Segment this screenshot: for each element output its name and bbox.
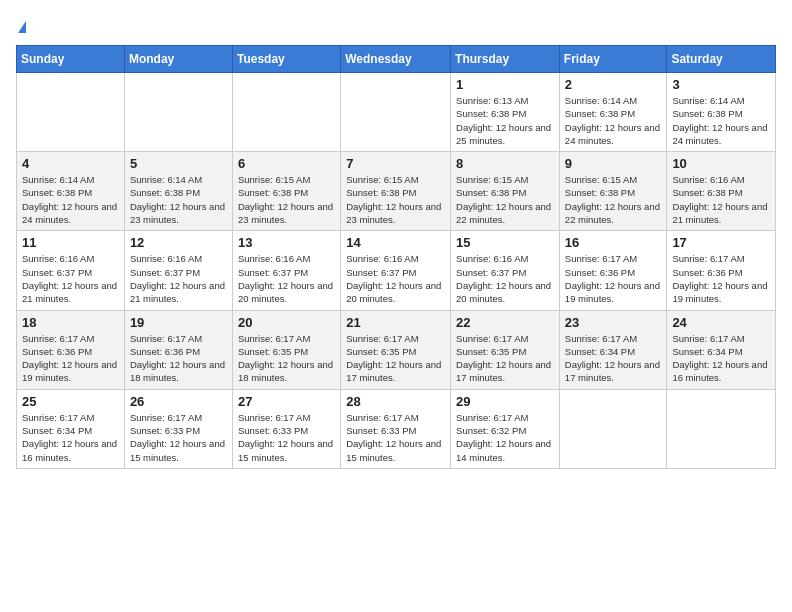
day-cell: 25Sunrise: 6:17 AM Sunset: 6:34 PM Dayli…: [17, 389, 125, 468]
day-cell: 7Sunrise: 6:15 AM Sunset: 6:38 PM Daylig…: [341, 152, 451, 231]
day-number: 19: [130, 315, 227, 330]
day-number: 20: [238, 315, 335, 330]
day-number: 16: [565, 235, 662, 250]
week-row-1: 1Sunrise: 6:13 AM Sunset: 6:38 PM Daylig…: [17, 73, 776, 152]
day-cell: 16Sunrise: 6:17 AM Sunset: 6:36 PM Dayli…: [559, 231, 667, 310]
day-cell: 8Sunrise: 6:15 AM Sunset: 6:38 PM Daylig…: [451, 152, 560, 231]
calendar: SundayMondayTuesdayWednesdayThursdayFrid…: [16, 45, 776, 469]
day-number: 4: [22, 156, 119, 171]
day-number: 21: [346, 315, 445, 330]
day-number: 3: [672, 77, 770, 92]
logo-general: [16, 16, 26, 35]
day-cell: 12Sunrise: 6:16 AM Sunset: 6:37 PM Dayli…: [124, 231, 232, 310]
week-row-2: 4Sunrise: 6:14 AM Sunset: 6:38 PM Daylig…: [17, 152, 776, 231]
day-number: 26: [130, 394, 227, 409]
day-number: 17: [672, 235, 770, 250]
day-cell: 2Sunrise: 6:14 AM Sunset: 6:38 PM Daylig…: [559, 73, 667, 152]
day-cell: 20Sunrise: 6:17 AM Sunset: 6:35 PM Dayli…: [232, 310, 340, 389]
day-cell: 17Sunrise: 6:17 AM Sunset: 6:36 PM Dayli…: [667, 231, 776, 310]
col-header-sunday: Sunday: [17, 46, 125, 73]
day-cell: [232, 73, 340, 152]
day-number: 13: [238, 235, 335, 250]
day-number: 5: [130, 156, 227, 171]
day-info: Sunrise: 6:17 AM Sunset: 6:36 PM Dayligh…: [130, 332, 227, 385]
day-number: 7: [346, 156, 445, 171]
day-cell: 4Sunrise: 6:14 AM Sunset: 6:38 PM Daylig…: [17, 152, 125, 231]
col-header-thursday: Thursday: [451, 46, 560, 73]
day-cell: 3Sunrise: 6:14 AM Sunset: 6:38 PM Daylig…: [667, 73, 776, 152]
day-number: 1: [456, 77, 554, 92]
day-cell: [17, 73, 125, 152]
day-number: 22: [456, 315, 554, 330]
header: [16, 16, 776, 35]
day-cell: 23Sunrise: 6:17 AM Sunset: 6:34 PM Dayli…: [559, 310, 667, 389]
day-info: Sunrise: 6:17 AM Sunset: 6:35 PM Dayligh…: [238, 332, 335, 385]
day-cell: 15Sunrise: 6:16 AM Sunset: 6:37 PM Dayli…: [451, 231, 560, 310]
day-info: Sunrise: 6:14 AM Sunset: 6:38 PM Dayligh…: [672, 94, 770, 147]
col-header-monday: Monday: [124, 46, 232, 73]
day-header-row: SundayMondayTuesdayWednesdayThursdayFrid…: [17, 46, 776, 73]
day-number: 29: [456, 394, 554, 409]
day-cell: 29Sunrise: 6:17 AM Sunset: 6:32 PM Dayli…: [451, 389, 560, 468]
day-number: 24: [672, 315, 770, 330]
day-info: Sunrise: 6:17 AM Sunset: 6:35 PM Dayligh…: [456, 332, 554, 385]
day-info: Sunrise: 6:14 AM Sunset: 6:38 PM Dayligh…: [22, 173, 119, 226]
day-number: 25: [22, 394, 119, 409]
day-info: Sunrise: 6:15 AM Sunset: 6:38 PM Dayligh…: [565, 173, 662, 226]
day-info: Sunrise: 6:16 AM Sunset: 6:37 PM Dayligh…: [238, 252, 335, 305]
week-row-4: 18Sunrise: 6:17 AM Sunset: 6:36 PM Dayli…: [17, 310, 776, 389]
day-cell: [667, 389, 776, 468]
day-info: Sunrise: 6:16 AM Sunset: 6:37 PM Dayligh…: [346, 252, 445, 305]
col-header-saturday: Saturday: [667, 46, 776, 73]
day-info: Sunrise: 6:16 AM Sunset: 6:37 PM Dayligh…: [22, 252, 119, 305]
day-info: Sunrise: 6:17 AM Sunset: 6:35 PM Dayligh…: [346, 332, 445, 385]
day-info: Sunrise: 6:15 AM Sunset: 6:38 PM Dayligh…: [238, 173, 335, 226]
day-info: Sunrise: 6:16 AM Sunset: 6:38 PM Dayligh…: [672, 173, 770, 226]
day-number: 10: [672, 156, 770, 171]
day-number: 28: [346, 394, 445, 409]
col-header-wednesday: Wednesday: [341, 46, 451, 73]
day-info: Sunrise: 6:16 AM Sunset: 6:37 PM Dayligh…: [130, 252, 227, 305]
day-number: 2: [565, 77, 662, 92]
day-cell: 18Sunrise: 6:17 AM Sunset: 6:36 PM Dayli…: [17, 310, 125, 389]
day-info: Sunrise: 6:15 AM Sunset: 6:38 PM Dayligh…: [346, 173, 445, 226]
day-cell: 24Sunrise: 6:17 AM Sunset: 6:34 PM Dayli…: [667, 310, 776, 389]
col-header-friday: Friday: [559, 46, 667, 73]
day-info: Sunrise: 6:15 AM Sunset: 6:38 PM Dayligh…: [456, 173, 554, 226]
day-cell: 13Sunrise: 6:16 AM Sunset: 6:37 PM Dayli…: [232, 231, 340, 310]
day-cell: 9Sunrise: 6:15 AM Sunset: 6:38 PM Daylig…: [559, 152, 667, 231]
col-header-tuesday: Tuesday: [232, 46, 340, 73]
logo: [16, 16, 26, 35]
day-cell: 21Sunrise: 6:17 AM Sunset: 6:35 PM Dayli…: [341, 310, 451, 389]
day-number: 27: [238, 394, 335, 409]
day-cell: 27Sunrise: 6:17 AM Sunset: 6:33 PM Dayli…: [232, 389, 340, 468]
logo-triangle-icon: [18, 21, 26, 33]
day-number: 23: [565, 315, 662, 330]
day-number: 15: [456, 235, 554, 250]
day-info: Sunrise: 6:17 AM Sunset: 6:34 PM Dayligh…: [22, 411, 119, 464]
day-info: Sunrise: 6:17 AM Sunset: 6:36 PM Dayligh…: [22, 332, 119, 385]
day-cell: 11Sunrise: 6:16 AM Sunset: 6:37 PM Dayli…: [17, 231, 125, 310]
day-info: Sunrise: 6:17 AM Sunset: 6:34 PM Dayligh…: [672, 332, 770, 385]
week-row-5: 25Sunrise: 6:17 AM Sunset: 6:34 PM Dayli…: [17, 389, 776, 468]
day-cell: [559, 389, 667, 468]
day-cell: 6Sunrise: 6:15 AM Sunset: 6:38 PM Daylig…: [232, 152, 340, 231]
day-info: Sunrise: 6:17 AM Sunset: 6:32 PM Dayligh…: [456, 411, 554, 464]
day-cell: [341, 73, 451, 152]
day-cell: 28Sunrise: 6:17 AM Sunset: 6:33 PM Dayli…: [341, 389, 451, 468]
day-info: Sunrise: 6:17 AM Sunset: 6:33 PM Dayligh…: [238, 411, 335, 464]
day-info: Sunrise: 6:17 AM Sunset: 6:36 PM Dayligh…: [565, 252, 662, 305]
day-info: Sunrise: 6:17 AM Sunset: 6:33 PM Dayligh…: [346, 411, 445, 464]
day-info: Sunrise: 6:17 AM Sunset: 6:34 PM Dayligh…: [565, 332, 662, 385]
day-info: Sunrise: 6:16 AM Sunset: 6:37 PM Dayligh…: [456, 252, 554, 305]
day-cell: 22Sunrise: 6:17 AM Sunset: 6:35 PM Dayli…: [451, 310, 560, 389]
day-number: 8: [456, 156, 554, 171]
day-cell: [124, 73, 232, 152]
day-number: 14: [346, 235, 445, 250]
day-number: 6: [238, 156, 335, 171]
day-cell: 26Sunrise: 6:17 AM Sunset: 6:33 PM Dayli…: [124, 389, 232, 468]
day-cell: 1Sunrise: 6:13 AM Sunset: 6:38 PM Daylig…: [451, 73, 560, 152]
day-number: 11: [22, 235, 119, 250]
day-info: Sunrise: 6:13 AM Sunset: 6:38 PM Dayligh…: [456, 94, 554, 147]
day-cell: 19Sunrise: 6:17 AM Sunset: 6:36 PM Dayli…: [124, 310, 232, 389]
